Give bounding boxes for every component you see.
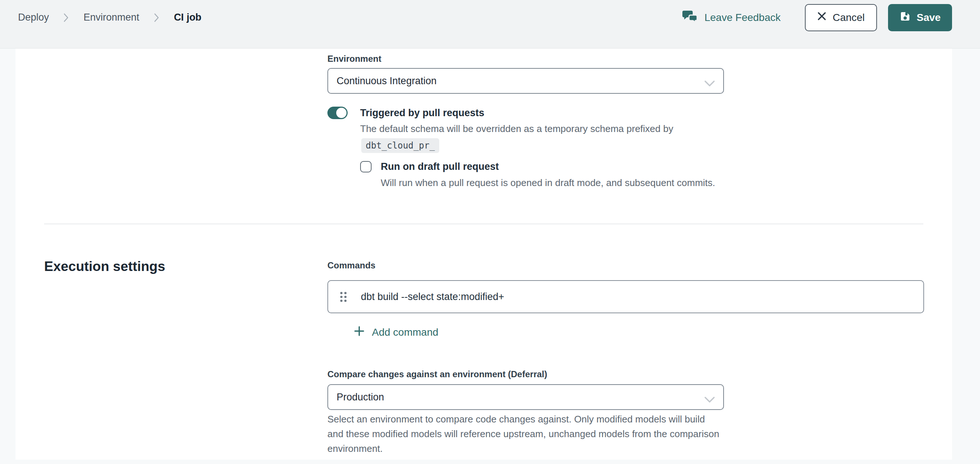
command-input[interactable]: dbt build --select state:modified+ bbox=[361, 291, 504, 303]
top-bar: Deploy Environment CI job Leave Feedback… bbox=[0, 0, 980, 49]
leave-feedback-label: Leave Feedback bbox=[705, 12, 781, 24]
environment-select[interactable]: Continuous Integration bbox=[328, 68, 724, 94]
pr-trigger-label: Triggered by pull requests bbox=[360, 107, 484, 119]
breadcrumb-ci-job: CI job bbox=[174, 12, 202, 23]
pr-trigger-toggle[interactable] bbox=[328, 106, 348, 119]
command-row[interactable]: dbt build --select state:modified+ bbox=[328, 280, 924, 313]
deferral-description: Select an environment to compare code ch… bbox=[328, 412, 719, 456]
chevron-down-icon bbox=[704, 78, 715, 90]
leave-feedback-button[interactable]: Leave Feedback bbox=[682, 9, 781, 26]
breadcrumb-environment[interactable]: Environment bbox=[84, 12, 139, 23]
add-command-button[interactable]: Add command bbox=[354, 326, 439, 339]
breadcrumb: Deploy Environment CI job bbox=[18, 12, 202, 23]
deferral-field-label: Compare changes against an environment (… bbox=[328, 369, 547, 380]
chevron-down-icon bbox=[704, 394, 715, 406]
deferral-select[interactable]: Production bbox=[328, 384, 724, 410]
execution-settings-heading: Execution settings bbox=[44, 259, 165, 274]
run-on-draft-description: Will run when a pull request is opened i… bbox=[381, 175, 749, 190]
chevron-right-icon bbox=[154, 13, 159, 22]
save-button-label: Save bbox=[917, 12, 941, 24]
run-on-draft-checkbox[interactable] bbox=[360, 161, 372, 172]
header-actions: Leave Feedback Cancel Save bbox=[682, 4, 952, 31]
add-command-label: Add command bbox=[372, 326, 439, 338]
environment-select-value: Continuous Integration bbox=[337, 75, 437, 87]
pr-trigger-description: The default schema will be overridden as… bbox=[360, 121, 713, 136]
cancel-button[interactable]: Cancel bbox=[805, 4, 877, 31]
drag-handle-icon[interactable] bbox=[339, 291, 348, 303]
schema-prefix-code: dbt_cloud_pr_ bbox=[361, 138, 439, 153]
commands-field-label: Commands bbox=[328, 260, 375, 271]
run-on-draft-label: Run on draft pull request bbox=[381, 161, 499, 172]
save-button[interactable]: Save bbox=[888, 4, 952, 31]
toggle-knob bbox=[336, 108, 347, 118]
plus-icon bbox=[354, 326, 364, 339]
deferral-select-value: Production bbox=[337, 392, 384, 403]
settings-panel: Environment Continuous Integration Trigg… bbox=[16, 49, 952, 459]
environment-field-label: Environment bbox=[328, 54, 382, 64]
cancel-button-label: Cancel bbox=[832, 12, 864, 24]
breadcrumb-deploy[interactable]: Deploy bbox=[18, 12, 49, 23]
section-divider bbox=[44, 224, 923, 224]
feedback-chat-icon bbox=[682, 9, 698, 26]
save-floppy-icon bbox=[899, 11, 911, 25]
chevron-right-icon bbox=[64, 13, 69, 22]
close-icon bbox=[817, 11, 827, 24]
